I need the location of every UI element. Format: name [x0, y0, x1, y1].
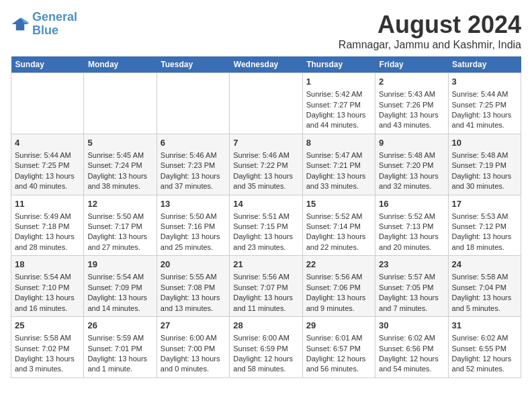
day-info: Sunrise: 5:42 AM: [306, 89, 371, 99]
day-cell: 27Sunrise: 6:00 AMSunset: 7:00 PMDayligh…: [157, 317, 229, 378]
day-info: and 11 minutes.: [233, 304, 298, 314]
day-info: Daylight: 13 hours: [306, 232, 371, 242]
calendar-header-row: SundayMondayTuesdayWednesdayThursdayFrid…: [11, 56, 521, 73]
day-info: Sunrise: 6:00 AM: [161, 333, 226, 343]
day-info: Sunset: 7:25 PM: [15, 161, 80, 171]
col-header-tuesday: Tuesday: [157, 56, 229, 73]
day-info: Daylight: 13 hours: [87, 293, 152, 303]
day-info: and 38 minutes.: [87, 181, 152, 191]
day-info: and 20 minutes.: [379, 242, 444, 253]
week-row-5: 25Sunrise: 5:58 AMSunset: 7:02 PMDayligh…: [11, 317, 521, 378]
day-info: and 33 minutes.: [306, 181, 371, 191]
day-number: 29: [306, 320, 371, 332]
day-info: Sunrise: 5:57 AM: [379, 272, 444, 282]
day-number: 26: [87, 320, 152, 332]
day-info: Sunrise: 5:54 AM: [87, 272, 152, 282]
col-header-sunday: Sunday: [11, 56, 84, 73]
page-header: GeneralBlue August 2024 Ramnagar, Jammu …: [11, 11, 521, 51]
day-info: Sunrise: 6:01 AM: [306, 333, 371, 343]
day-number: 13: [161, 198, 226, 210]
day-number: 23: [379, 259, 444, 271]
day-cell: 24Sunrise: 5:58 AMSunset: 7:04 PMDayligh…: [448, 256, 521, 317]
day-number: 25: [15, 320, 80, 332]
day-number: 3: [452, 76, 517, 88]
day-info: and 44 minutes.: [306, 120, 371, 130]
day-cell: 14Sunrise: 5:51 AMSunset: 7:15 PMDayligh…: [230, 195, 302, 256]
day-number: 2: [379, 76, 444, 88]
day-cell: 25Sunrise: 5:58 AMSunset: 7:02 PMDayligh…: [11, 317, 84, 378]
day-info: Daylight: 12 hours: [452, 354, 517, 364]
logo-text: GeneralBlue: [32, 11, 77, 38]
day-cell: 7Sunrise: 5:46 AMSunset: 7:22 PMDaylight…: [230, 134, 302, 195]
day-number: 22: [306, 259, 371, 271]
day-cell: 16Sunrise: 5:52 AMSunset: 7:13 PMDayligh…: [375, 195, 448, 256]
day-info: Daylight: 13 hours: [161, 171, 226, 181]
day-info: Sunrise: 5:44 AM: [15, 150, 80, 161]
day-number: 4: [15, 137, 80, 149]
day-number: 11: [15, 198, 80, 210]
day-info: Sunrise: 5:53 AM: [452, 212, 517, 222]
day-info: Sunrise: 5:50 AM: [161, 212, 226, 222]
day-info: Sunset: 7:01 PM: [87, 344, 152, 354]
day-info: Sunrise: 5:58 AM: [452, 272, 517, 282]
day-info: Sunset: 7:24 PM: [87, 161, 152, 171]
subtitle: Ramnagar, Jammu and Kashmir, India: [339, 39, 521, 51]
day-info: Sunset: 7:08 PM: [161, 283, 226, 293]
day-cell: 12Sunrise: 5:50 AMSunset: 7:17 PMDayligh…: [84, 195, 157, 256]
day-cell: 6Sunrise: 5:46 AMSunset: 7:23 PMDaylight…: [157, 134, 229, 195]
day-info: and 0 minutes.: [161, 364, 226, 374]
day-info: Sunset: 6:56 PM: [379, 344, 444, 354]
day-info: and 40 minutes.: [15, 181, 80, 191]
day-info: and 58 minutes.: [233, 364, 298, 374]
day-info: Daylight: 13 hours: [306, 171, 371, 181]
day-info: Sunrise: 6:00 AM: [233, 333, 298, 343]
day-info: Sunrise: 5:46 AM: [233, 150, 298, 161]
day-cell: 28Sunrise: 6:00 AMSunset: 6:59 PMDayligh…: [230, 317, 302, 378]
day-info: Daylight: 13 hours: [379, 232, 444, 242]
day-info: Daylight: 13 hours: [15, 354, 80, 364]
day-info: Sunrise: 5:56 AM: [306, 272, 371, 282]
day-info: Sunrise: 5:44 AM: [452, 89, 517, 99]
day-info: Sunrise: 5:49 AM: [15, 212, 80, 222]
day-info: and 28 minutes.: [15, 242, 80, 253]
day-cell: [230, 73, 302, 134]
day-info: Sunrise: 5:47 AM: [306, 150, 371, 161]
day-info: Sunset: 7:12 PM: [452, 222, 517, 232]
col-header-friday: Friday: [375, 56, 448, 73]
day-info: and 7 minutes.: [379, 304, 444, 314]
day-info: and 3 minutes.: [15, 364, 80, 374]
day-info: Sunrise: 5:48 AM: [452, 150, 517, 161]
day-number: 5: [87, 137, 152, 149]
day-info: and 25 minutes.: [161, 242, 226, 253]
day-info: Daylight: 13 hours: [161, 232, 226, 242]
day-info: Sunset: 7:07 PM: [233, 283, 298, 293]
day-info: Daylight: 12 hours: [379, 354, 444, 364]
day-info: Sunrise: 5:54 AM: [15, 272, 80, 282]
day-number: 28: [233, 320, 298, 332]
day-info: and 54 minutes.: [379, 364, 444, 374]
day-cell: [11, 73, 84, 134]
day-info: Daylight: 13 hours: [306, 293, 371, 303]
day-cell: 21Sunrise: 5:56 AMSunset: 7:07 PMDayligh…: [230, 256, 302, 317]
day-info: Sunrise: 5:52 AM: [306, 212, 371, 222]
day-info: Daylight: 13 hours: [233, 171, 298, 181]
day-info: Daylight: 13 hours: [379, 110, 444, 120]
day-cell: 15Sunrise: 5:52 AMSunset: 7:14 PMDayligh…: [302, 195, 375, 256]
day-info: Daylight: 13 hours: [306, 110, 371, 120]
day-info: and 32 minutes.: [379, 181, 444, 191]
day-info: Sunrise: 5:51 AM: [233, 212, 298, 222]
day-info: and 1 minute.: [87, 364, 152, 374]
day-cell: 8Sunrise: 5:47 AMSunset: 7:21 PMDaylight…: [302, 134, 375, 195]
day-info: Daylight: 12 hours: [233, 354, 298, 364]
day-info: Daylight: 13 hours: [379, 171, 444, 181]
day-number: 9: [379, 137, 444, 149]
day-info: Daylight: 13 hours: [161, 354, 226, 364]
day-info: and 13 minutes.: [161, 304, 226, 314]
day-number: 20: [161, 259, 226, 271]
day-info: Daylight: 13 hours: [161, 293, 226, 303]
day-cell: 10Sunrise: 5:48 AMSunset: 7:19 PMDayligh…: [448, 134, 521, 195]
col-header-monday: Monday: [84, 56, 157, 73]
day-cell: 3Sunrise: 5:44 AMSunset: 7:25 PMDaylight…: [448, 73, 521, 134]
day-info: Sunset: 7:14 PM: [306, 222, 371, 232]
day-cell: 20Sunrise: 5:55 AMSunset: 7:08 PMDayligh…: [157, 256, 229, 317]
